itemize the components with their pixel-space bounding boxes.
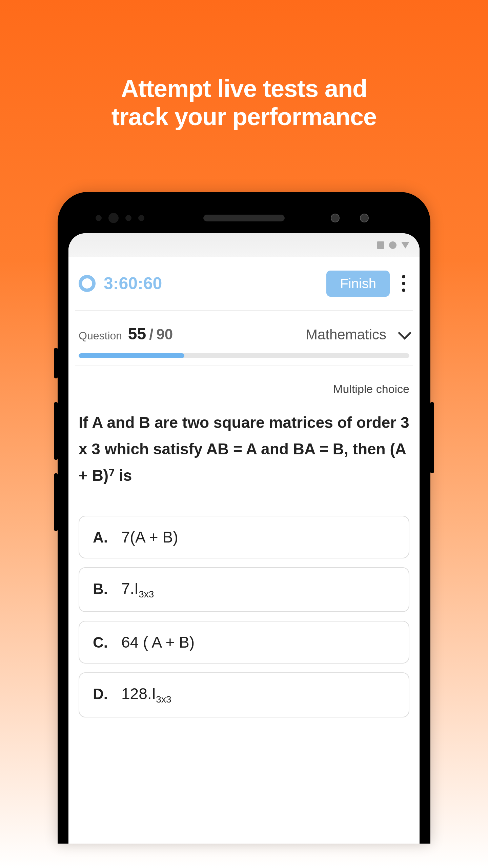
status-triangle-icon (401, 242, 409, 249)
option-b[interactable]: B. 7.I3x3 (79, 567, 409, 612)
subject-label: Mathematics (306, 327, 386, 343)
phone-screen: 3:60:60 Finish Question 55 / 90 Mathemat… (68, 233, 420, 844)
finish-button[interactable]: Finish (326, 271, 390, 297)
phone-side-button (54, 473, 58, 531)
option-a[interactable]: A. 7(A + B) (79, 516, 409, 558)
option-text: 7(A + B) (121, 528, 178, 546)
option-letter: A. (93, 529, 108, 546)
hero-line1: Attempt live tests and (121, 75, 367, 102)
option-text: 7.I3x3 (121, 579, 154, 600)
question-current: 55 (128, 325, 146, 343)
sensor-dot-icon (125, 215, 131, 221)
app-header: 3:60:60 Finish (68, 257, 420, 310)
status-bar (68, 233, 420, 257)
option-letter: B. (93, 580, 108, 597)
status-circle-icon (389, 241, 396, 249)
option-text: 128.I3x3 (121, 685, 171, 705)
phone-side-button (430, 402, 434, 473)
question-counter: Question 55 / 90 (79, 324, 173, 343)
progress-fill (79, 353, 184, 358)
sensor-dot-icon (108, 213, 119, 223)
camera-icon (360, 214, 369, 222)
sensor-dot-icon (138, 215, 144, 221)
options-list: A. 7(A + B) B. 7.I3x3 C. 64 ( A + B) D. … (68, 516, 420, 717)
more-options-icon[interactable] (398, 275, 409, 292)
chevron-down-icon (398, 326, 411, 340)
question-type-label: Multiple choice (79, 382, 409, 396)
phone-frame: 3:60:60 Finish Question 55 / 90 Mathemat… (58, 192, 430, 844)
hero-line2: track your performance (111, 103, 377, 130)
phone-notch (68, 203, 420, 233)
phone-speaker-icon (203, 215, 285, 221)
question-content: Multiple choice If A and B are two squar… (68, 366, 420, 499)
question-info: Question 55 / 90 Mathematics (68, 311, 420, 365)
subject-dropdown[interactable]: Mathematics (306, 327, 409, 343)
option-c[interactable]: C. 64 ( A + B) (79, 621, 409, 664)
status-square-icon (377, 241, 384, 249)
question-total: 90 (156, 326, 173, 342)
sensor-dot-icon (96, 215, 102, 221)
option-d[interactable]: D. 128.I3x3 (79, 672, 409, 717)
option-text: 64 ( A + B) (121, 633, 195, 651)
question-text: If A and B are two square matrices of or… (79, 409, 409, 489)
phone-side-button (54, 402, 58, 460)
hero-headline: Attempt live tests and track your perfor… (0, 0, 488, 131)
option-letter: C. (93, 634, 108, 651)
question-separator: / (149, 326, 153, 342)
progress-bar (79, 353, 409, 358)
timer-value: 3:60:60 (104, 274, 318, 293)
timer-icon (79, 275, 96, 292)
phone-side-button (54, 348, 58, 378)
camera-icon (331, 214, 340, 222)
option-letter: D. (93, 686, 108, 703)
question-label: Question (79, 330, 122, 342)
